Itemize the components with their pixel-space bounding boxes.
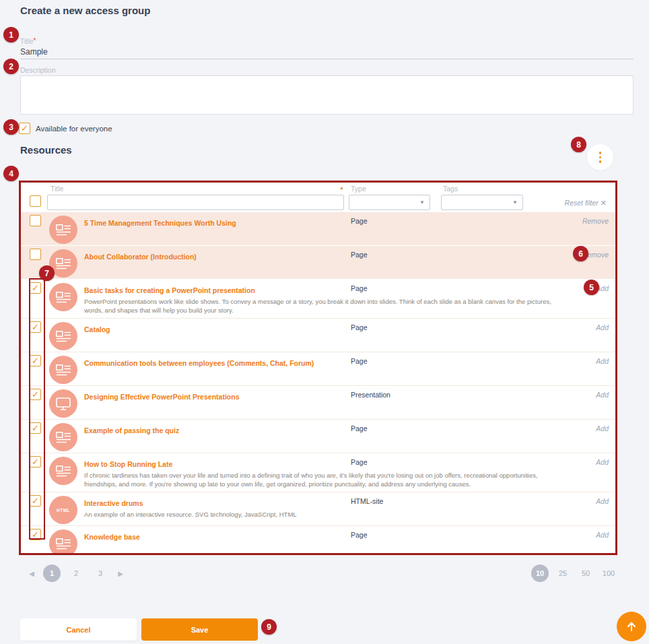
- row-checkbox[interactable]: [30, 215, 41, 226]
- resource-type: Page: [351, 424, 368, 432]
- kebab-menu-icon: [599, 152, 602, 163]
- annotation-badge-2: 2: [3, 59, 19, 74]
- resource-type: HTML-site: [351, 497, 383, 505]
- title-field-label: Title*: [20, 37, 634, 45]
- scroll-to-top-button[interactable]: [617, 612, 646, 641]
- pagination-prev-icon[interactable]: ◀: [27, 570, 36, 577]
- row-action-link[interactable]: Add: [596, 357, 609, 365]
- resource-thumbnail: [49, 283, 77, 311]
- resource-title-link[interactable]: 5 Time Management Techniques Worth Using: [84, 219, 236, 227]
- row-action-link[interactable]: Add: [596, 458, 609, 466]
- resource-title-link[interactable]: Interactive drums: [84, 499, 143, 507]
- row-checkbox[interactable]: [30, 422, 41, 434]
- resource-title-link[interactable]: Communication tools between employees (C…: [84, 359, 314, 367]
- required-asterisk: *: [33, 37, 36, 44]
- row-action-link[interactable]: Remove: [582, 217, 609, 225]
- resource-thumbnail: HTML: [49, 496, 77, 524]
- table-row: Knowledge base Page Add: [21, 526, 615, 555]
- table-row: Example of passing the quiz Page Add: [21, 420, 615, 453]
- resource-thumbnail: [49, 423, 77, 451]
- resource-info: Basic tasks for creating a PowerPoint pr…: [84, 280, 563, 318]
- row-action-link[interactable]: Add: [596, 531, 609, 539]
- resource-title-link[interactable]: Catalog: [84, 325, 110, 333]
- select-all-checkbox[interactable]: [30, 195, 41, 207]
- table-row: Communication tools between employees (C…: [21, 352, 615, 386]
- create-access-group-page: Create a new access group Title* Descrip…: [0, 0, 649, 644]
- resource-title-link[interactable]: About Collaborator (Introduction): [84, 253, 197, 261]
- row-checkbox[interactable]: [30, 456, 41, 468]
- resource-thumbnail: [49, 322, 77, 350]
- table-row: Catalog Page Add: [21, 319, 615, 352]
- resource-info: Example of passing the quiz: [84, 420, 563, 439]
- row-checkbox[interactable]: [30, 249, 41, 260]
- available-checkbox[interactable]: [19, 123, 30, 134]
- reset-filter-link[interactable]: Reset filter✕: [565, 199, 607, 207]
- row-action-link[interactable]: Add: [596, 323, 609, 331]
- column-header-type[interactable]: Type: [351, 185, 366, 193]
- save-button[interactable]: Save: [141, 618, 258, 641]
- resource-thumbnail: [49, 356, 77, 384]
- type-filter-select[interactable]: ▼: [349, 195, 430, 210]
- pagination-page-3[interactable]: 3: [92, 565, 109, 582]
- row-description: An example of an interactive resource. S…: [84, 511, 563, 519]
- resource-info: About Collaborator (Introduction): [84, 246, 563, 265]
- resource-thumbnail: [49, 216, 77, 244]
- title-input[interactable]: [20, 46, 634, 59]
- available-checkbox-label: Available for everyone: [36, 125, 112, 133]
- resource-title-link[interactable]: Basic tasks for creating a PowerPoint pr…: [84, 286, 255, 294]
- pagination-next-icon[interactable]: ▶: [116, 570, 125, 577]
- page-size-100[interactable]: 100: [600, 565, 617, 582]
- resource-rows: 5 Time Management Techniques Worth Using…: [21, 212, 615, 555]
- row-action-link[interactable]: Add: [596, 424, 609, 432]
- column-header-tags[interactable]: Tags: [443, 185, 458, 193]
- tags-filter-select[interactable]: ▼: [441, 195, 523, 210]
- table-row: Basic tasks for creating a PowerPoint pr…: [21, 280, 615, 319]
- annotation-badge-3: 3: [3, 119, 19, 135]
- row-checkbox[interactable]: [30, 355, 41, 366]
- page-icon: [56, 224, 71, 236]
- pagination-page-2[interactable]: 2: [67, 565, 85, 582]
- resource-info: 5 Time Management Techniques Worth Using: [84, 212, 563, 232]
- pagination: ◀ 1 2 3 ▶: [27, 565, 125, 582]
- resource-type: Page: [351, 251, 368, 259]
- table-row: HTML Interactive drums An example of an …: [21, 492, 615, 526]
- page-icon: [56, 331, 71, 342]
- row-checkbox[interactable]: [30, 495, 41, 507]
- resource-title-link[interactable]: Designing Effective PowerPoint Presentat…: [84, 393, 239, 401]
- page-title: Create a new access group: [20, 5, 150, 16]
- resource-type: Page: [351, 458, 368, 466]
- sort-ascending-icon[interactable]: ▲: [339, 185, 344, 190]
- row-action-link[interactable]: Add: [596, 497, 609, 505]
- page-size-10[interactable]: 10: [531, 565, 549, 582]
- annotation-badge-1: 1: [3, 27, 19, 42]
- resource-info: Designing Effective PowerPoint Presentat…: [84, 386, 563, 406]
- resource-info: How to Stop Running Late If chronic tard…: [84, 453, 563, 492]
- page-size-25[interactable]: 25: [554, 565, 572, 582]
- annotation-badge-5: 5: [584, 280, 599, 295]
- resource-type: Page: [351, 357, 368, 365]
- resource-title-link[interactable]: Example of passing the quiz: [84, 426, 179, 434]
- resources-table: Title ▲ Type Tags ▼ ▼ Reset filter✕ 5 Ti…: [19, 181, 617, 555]
- title-filter-input[interactable]: [47, 195, 344, 210]
- page-icon: [56, 364, 71, 376]
- resource-title-link[interactable]: How to Stop Running Late: [84, 460, 172, 468]
- row-checkbox[interactable]: [30, 389, 41, 400]
- resource-title-link[interactable]: Knowledge base: [84, 533, 140, 541]
- annotation-badge-9: 9: [261, 619, 277, 635]
- pagination-page-1[interactable]: 1: [43, 565, 61, 582]
- table-row: How to Stop Running Late If chronic tard…: [21, 453, 615, 492]
- page-icon: [56, 432, 71, 443]
- chevron-down-icon: ▼: [512, 199, 518, 205]
- close-icon: ✕: [601, 199, 607, 207]
- column-header-title[interactable]: Title: [50, 185, 63, 193]
- description-textarea[interactable]: [20, 75, 634, 115]
- page-size-50[interactable]: 50: [577, 565, 594, 582]
- resources-menu-button[interactable]: [587, 144, 613, 170]
- cancel-button[interactable]: Cancel: [20, 618, 137, 641]
- row-checkbox[interactable]: [30, 321, 41, 333]
- row-checkbox[interactable]: [30, 529, 41, 540]
- row-checkbox[interactable]: [30, 282, 41, 294]
- row-action-link[interactable]: Add: [596, 391, 609, 399]
- row-description: If chronic tardiness has taken over your…: [84, 472, 563, 488]
- table-header: Title ▲ Type Tags ▼ ▼ Reset filter✕: [21, 183, 615, 212]
